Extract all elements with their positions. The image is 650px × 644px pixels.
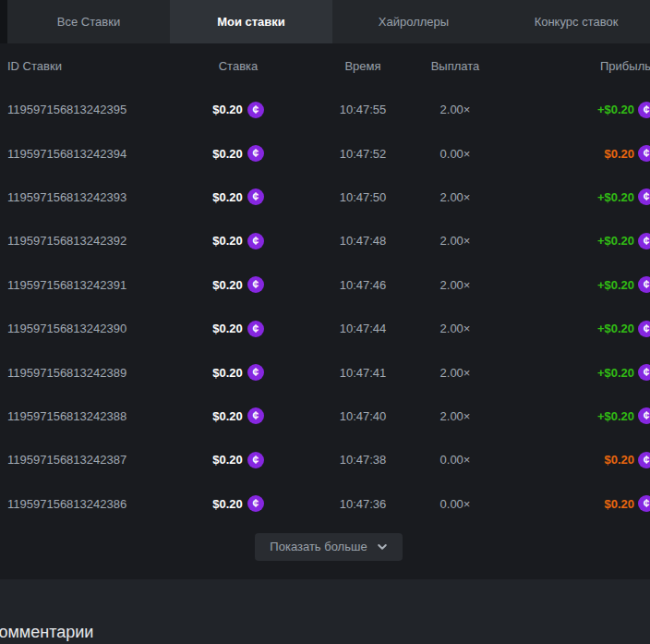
bet-profit-cell: +$0.20 ¢ <box>504 276 650 293</box>
coin-icon: ¢ <box>638 233 650 249</box>
bet-profit-cell: +$0.20 ¢ <box>504 407 650 424</box>
bet-payout: 0.00× <box>406 453 504 467</box>
column-header-payout: Выплата <box>406 59 504 73</box>
bets-panel: Все Ставки Мои ставки Хайроллеры Конкурс… <box>0 0 650 644</box>
bet-time: 10:47:46 <box>319 278 406 292</box>
table-row[interactable]: 119597156813242390 $0.20 ¢ 10:47:44 2.00… <box>0 307 650 350</box>
tab-group: Все Ставки Мои ставки Хайроллеры Конкурс… <box>7 0 650 43</box>
bet-payout: 2.00× <box>406 322 504 335</box>
table-row[interactable]: 119597156813242386 $0.20 ¢ 10:47:36 0.00… <box>0 482 650 526</box>
bet-id: 119597156813242392 <box>0 234 157 248</box>
bet-amount: $0.20 <box>212 234 243 248</box>
coin-icon: ¢ <box>247 364 264 381</box>
coin-icon: ¢ <box>247 102 264 118</box>
bet-amount-cell: $0.20 ¢ <box>157 495 319 512</box>
bet-profit: $0.20 <box>604 497 634 511</box>
bet-profit: +$0.20 <box>597 278 634 292</box>
show-more-button[interactable]: Показать больше <box>255 533 402 561</box>
coin-icon: ¢ <box>638 321 650 337</box>
column-header-profit: Прибыль <box>504 59 650 73</box>
bet-amount-cell: $0.20 ¢ <box>157 102 319 118</box>
bet-amount: $0.20 <box>212 366 243 380</box>
bet-amount-cell: $0.20 ¢ <box>157 364 319 381</box>
bet-amount: $0.20 <box>212 497 243 511</box>
coin-icon: ¢ <box>247 452 264 468</box>
bet-amount-cell: $0.20 ¢ <box>157 233 319 249</box>
bet-profit-cell: +$0.20 ¢ <box>504 188 650 205</box>
tab-bar: Все Ставки Мои ставки Хайроллеры Конкурс… <box>0 0 650 43</box>
show-more-label: Показать больше <box>270 540 367 553</box>
bet-id: 119597156813242386 <box>0 497 157 511</box>
comments-title: Комментарии <box>0 623 93 642</box>
bet-profit-cell: $0.20 ¢ <box>504 452 650 468</box>
bet-amount-cell: $0.20 ¢ <box>157 407 319 424</box>
bet-id: 119597156813242393 <box>0 190 157 204</box>
show-more-container: Показать больше <box>0 526 650 561</box>
coin-icon: ¢ <box>638 495 650 512</box>
column-header-bet: Ставка <box>157 59 319 73</box>
bet-profit: +$0.20 <box>597 190 634 204</box>
coin-icon: ¢ <box>247 276 264 293</box>
bet-id: 119597156813242395 <box>0 103 157 116</box>
tab-high-rollers[interactable]: Хайроллеры <box>332 0 495 43</box>
bet-amount: $0.20 <box>212 278 243 292</box>
bet-profit: +$0.20 <box>597 409 634 423</box>
coin-icon: ¢ <box>247 188 264 205</box>
column-header-time: Время <box>319 59 406 73</box>
bet-id: 119597156813242387 <box>0 453 157 467</box>
bet-payout: 0.00× <box>406 147 504 161</box>
bet-payout: 2.00× <box>406 278 504 292</box>
bet-time: 10:47:44 <box>319 322 406 335</box>
bet-profit: +$0.20 <box>597 103 634 116</box>
tab-all-bets[interactable]: Все Ставки <box>7 0 170 43</box>
bet-id: 119597156813242388 <box>0 409 157 423</box>
tab-bet-contest[interactable]: Конкурс ставок <box>495 0 650 43</box>
coin-icon: ¢ <box>247 321 264 337</box>
tab-my-bets[interactable]: Мои ставки <box>170 0 332 43</box>
bet-payout: 0.00× <box>406 497 504 511</box>
bet-amount: $0.20 <box>212 409 243 423</box>
bet-payout: 2.00× <box>406 366 504 380</box>
table-row[interactable]: 119597156813242387 $0.20 ¢ 10:47:38 0.00… <box>0 438 650 481</box>
bet-amount: $0.20 <box>212 147 243 161</box>
table-row[interactable]: 119597156813242389 $0.20 ¢ 10:47:41 2.00… <box>0 350 650 394</box>
bet-time: 10:47:38 <box>319 453 406 467</box>
coin-icon: ¢ <box>247 233 264 249</box>
chevron-down-icon <box>377 541 388 553</box>
bet-amount: $0.20 <box>212 453 243 467</box>
bet-time: 10:47:36 <box>319 497 406 511</box>
table-row[interactable]: 119597156813242392 $0.20 ¢ 10:47:48 2.00… <box>0 219 650 262</box>
bet-payout: 2.00× <box>406 409 504 423</box>
bet-profit: +$0.20 <box>597 234 634 248</box>
bet-amount: $0.20 <box>212 322 243 335</box>
bet-amount-cell: $0.20 ¢ <box>157 452 319 468</box>
column-header-bet-id: ID Ставки <box>0 59 157 73</box>
bet-id: 119597156813242394 <box>0 147 157 161</box>
bet-profit-cell: +$0.20 ¢ <box>504 233 650 249</box>
bet-profit-cell: +$0.20 ¢ <box>504 364 650 381</box>
bet-time: 10:47:41 <box>319 366 406 380</box>
table-row[interactable]: 119597156813242388 $0.20 ¢ 10:47:40 2.00… <box>0 395 650 438</box>
bet-payout: 2.00× <box>406 190 504 204</box>
bet-amount: $0.20 <box>212 190 243 204</box>
table-row[interactable]: 119597156813242395 $0.20 ¢ 10:47:55 2.00… <box>0 88 650 131</box>
bet-payout: 2.00× <box>406 103 504 116</box>
table-row[interactable]: 119597156813242394 $0.20 ¢ 10:47:52 0.00… <box>0 131 650 175</box>
table-row[interactable]: 119597156813242393 $0.20 ¢ 10:47:50 2.00… <box>0 176 650 219</box>
bet-time: 10:47:40 <box>319 409 406 423</box>
coin-icon: ¢ <box>638 452 650 468</box>
bet-time: 10:47:50 <box>319 190 406 204</box>
bet-profit-cell: $0.20 ¢ <box>504 495 650 512</box>
bet-profit: +$0.20 <box>597 322 634 335</box>
bet-profit-cell: +$0.20 ¢ <box>504 321 650 337</box>
coin-icon: ¢ <box>247 145 264 162</box>
coin-icon: ¢ <box>638 102 650 118</box>
coin-icon: ¢ <box>638 364 650 381</box>
coin-icon: ¢ <box>638 188 650 205</box>
bet-amount-cell: $0.20 ¢ <box>157 145 319 162</box>
table-header-row: ID Ставки Ставка Время Выплата Прибыль <box>0 43 650 88</box>
bet-amount-cell: $0.20 ¢ <box>157 321 319 337</box>
bet-id: 119597156813242389 <box>0 366 157 380</box>
table-row[interactable]: 119597156813242391 $0.20 ¢ 10:47:46 2.00… <box>0 263 650 307</box>
bet-id: 119597156813242390 <box>0 322 157 335</box>
